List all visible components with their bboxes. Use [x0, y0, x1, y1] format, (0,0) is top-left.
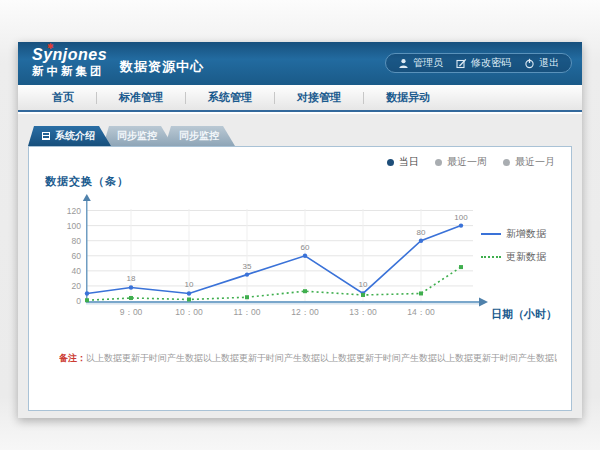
- svg-text:100: 100: [454, 213, 468, 222]
- time-filter-2[interactable]: 最近一月: [503, 155, 555, 169]
- radio-icon: [503, 159, 510, 166]
- legend-swatch: [481, 256, 501, 258]
- logo-star-icon: ✱: [47, 43, 54, 51]
- tab-label: 系统介绍: [55, 126, 95, 146]
- logout-label: 退出: [539, 56, 559, 70]
- change-password-label: 修改密码: [471, 56, 511, 70]
- footnote: 备注：以上数据更新于时间产生数据以上数据更新于时间产生数据以上数据更新于时间产生…: [59, 352, 557, 365]
- tab-label: 同步监控: [117, 126, 157, 146]
- change-password-button[interactable]: 修改密码: [456, 56, 511, 70]
- logo-text-en: Synjones: [32, 47, 107, 63]
- svg-text:11：00: 11：00: [234, 307, 261, 317]
- svg-text:80: 80: [72, 236, 82, 246]
- tab-2[interactable]: 同步监控: [165, 126, 235, 146]
- svg-text:0: 0: [76, 296, 81, 306]
- svg-text:120: 120: [67, 206, 81, 216]
- main-nav: 首页标准管理系统管理对接管理数据异动: [18, 85, 582, 112]
- legend-swatch: [481, 233, 501, 235]
- filter-label: 最近一月: [515, 155, 555, 169]
- x-axis-title: 日期（小时）: [491, 307, 557, 322]
- chart-legend: 新增数据更新数据: [481, 227, 546, 264]
- tab-bar: 系统介绍同步监控同步监控: [28, 126, 227, 146]
- svg-text:40: 40: [72, 266, 82, 276]
- power-icon: [524, 58, 535, 69]
- tab-label: 同步监控: [179, 126, 219, 146]
- svg-text:10：00: 10：00: [175, 307, 203, 317]
- filter-label: 最近一周: [447, 155, 487, 169]
- time-filter-0[interactable]: 当日: [387, 155, 419, 169]
- svg-text:35: 35: [243, 262, 252, 271]
- footnote-text: 以上数据更新于时间产生数据以上数据更新于时间产生数据以上数据更新于时间产生数据以…: [86, 353, 557, 363]
- footnote-label: 备注：: [59, 353, 86, 363]
- current-user-label: 管理员: [413, 56, 443, 70]
- content-area: 系统介绍同步监控同步监控 当日最近一周最近一月 数据交换（条） 02040608…: [18, 114, 582, 418]
- legend-item-0[interactable]: 新增数据: [481, 227, 546, 241]
- synjones-logo: ✱ Synjones 新中新集团: [32, 47, 107, 78]
- nav-item-4[interactable]: 数据异动: [364, 85, 452, 110]
- svg-text:80: 80: [417, 228, 426, 237]
- svg-text:18: 18: [127, 274, 136, 283]
- tab-0[interactable]: 系统介绍: [28, 126, 111, 146]
- nav-item-1[interactable]: 标准管理: [97, 85, 185, 110]
- user-toolbar: 管理员 修改密码 退出: [385, 53, 572, 73]
- logo-text-cn: 新中新集团: [32, 66, 107, 78]
- filter-label: 当日: [399, 155, 419, 169]
- svg-text:9：00: 9：00: [120, 307, 143, 317]
- y-axis-title: 数据交换（条）: [45, 174, 129, 189]
- user-icon: [398, 58, 409, 69]
- current-user-button[interactable]: 管理员: [398, 56, 443, 70]
- app-title: 数据资源中心: [120, 58, 204, 76]
- svg-text:100: 100: [67, 221, 81, 231]
- legend-label: 更新数据: [506, 250, 546, 264]
- tab-1[interactable]: 同步监控: [103, 126, 173, 146]
- tab-grid-icon: [42, 132, 50, 140]
- svg-text:12：00: 12：00: [291, 307, 319, 317]
- nav-item-0[interactable]: 首页: [30, 85, 96, 110]
- radio-icon: [435, 159, 442, 166]
- time-filter-group: 当日最近一周最近一月: [387, 155, 555, 169]
- line-chart: 0204060801001209：0010：0011：0012：0013：001…: [41, 189, 511, 334]
- svg-text:10: 10: [359, 280, 368, 289]
- svg-text:13：00: 13：00: [349, 307, 377, 317]
- edit-icon: [456, 58, 467, 69]
- svg-text:10: 10: [185, 280, 194, 289]
- svg-text:60: 60: [72, 251, 82, 261]
- nav-item-2[interactable]: 系统管理: [186, 85, 274, 110]
- time-filter-1[interactable]: 最近一周: [435, 155, 487, 169]
- legend-item-1[interactable]: 更新数据: [481, 250, 546, 264]
- app-header: ✱ Synjones 新中新集团 数据资源中心 管理员 修改密码: [18, 42, 582, 85]
- legend-label: 新增数据: [506, 227, 546, 241]
- svg-text:14：00: 14：00: [407, 307, 435, 317]
- svg-text:20: 20: [72, 281, 82, 291]
- app-window: ✱ Synjones 新中新集团 数据资源中心 管理员 修改密码: [18, 42, 582, 418]
- svg-text:60: 60: [301, 243, 310, 252]
- radio-icon: [387, 159, 394, 166]
- logout-button[interactable]: 退出: [524, 56, 559, 70]
- nav-item-3[interactable]: 对接管理: [275, 85, 363, 110]
- chart-panel: 当日最近一周最近一月 数据交换（条） 0204060801001209：0010…: [28, 146, 572, 411]
